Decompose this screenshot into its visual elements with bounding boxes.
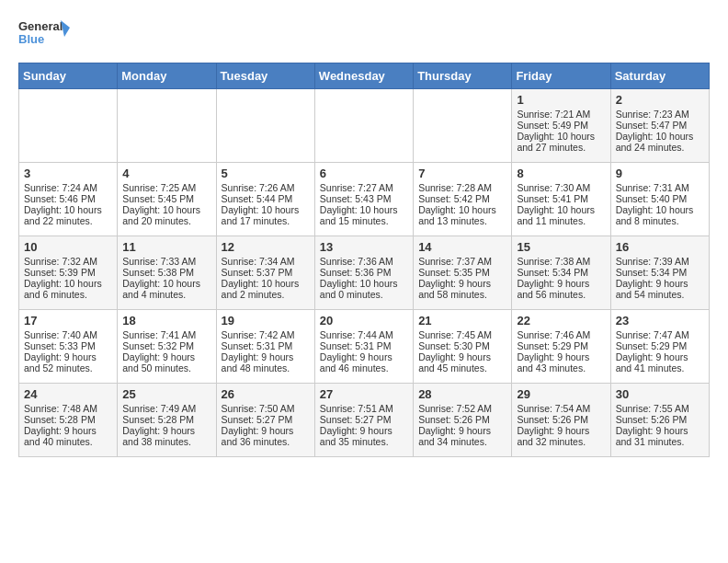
cell-text: Sunset: 5:38 PM [122, 267, 210, 278]
cell-text: Sunrise: 7:54 AM [517, 403, 605, 414]
day-number: 10 [24, 240, 112, 254]
calendar-cell: 22Sunrise: 7:46 AMSunset: 5:29 PMDayligh… [512, 310, 610, 384]
calendar-cell: 9Sunrise: 7:31 AMSunset: 5:40 PMDaylight… [610, 163, 709, 236]
day-number: 7 [418, 167, 506, 180]
cell-text: Sunset: 5:29 PM [616, 340, 704, 351]
day-number: 21 [418, 314, 506, 327]
cell-text: Sunrise: 7:26 AM [222, 182, 310, 193]
day-number: 30 [616, 387, 704, 401]
logo: GeneralBlue [18, 18, 74, 48]
cell-text: Sunrise: 7:33 AM [122, 256, 210, 267]
cell-text: Sunset: 5:49 PM [517, 120, 605, 131]
cell-text: Daylight: 10 hours and 15 minutes. [320, 204, 408, 226]
cell-text: Daylight: 9 hours and 52 minutes. [24, 351, 112, 373]
cell-text: Sunrise: 7:49 AM [122, 403, 210, 414]
cell-text: Daylight: 9 hours and 43 minutes. [517, 351, 605, 373]
cell-text: Sunset: 5:28 PM [24, 414, 112, 425]
week-row-5: 24Sunrise: 7:48 AMSunset: 5:28 PMDayligh… [19, 384, 710, 457]
logo-svg: GeneralBlue [18, 18, 74, 48]
cell-text: Daylight: 9 hours and 54 minutes. [616, 278, 704, 300]
calendar-cell [118, 89, 216, 163]
week-row-4: 17Sunrise: 7:40 AMSunset: 5:33 PMDayligh… [19, 310, 710, 384]
calendar-cell: 8Sunrise: 7:30 AMSunset: 5:41 PMDaylight… [512, 163, 610, 236]
cell-text: Sunset: 5:26 PM [517, 414, 605, 425]
day-number: 27 [320, 387, 408, 401]
calendar-cell [414, 89, 512, 163]
cell-text: Daylight: 10 hours and 8 minutes. [616, 204, 704, 226]
calendar-cell: 28Sunrise: 7:52 AMSunset: 5:26 PMDayligh… [414, 384, 512, 457]
cell-text: Sunrise: 7:44 AM [320, 329, 408, 340]
cell-text: Daylight: 10 hours and 22 minutes. [24, 204, 112, 226]
cell-text: Daylight: 9 hours and 31 minutes. [616, 425, 704, 447]
cell-text: Sunset: 5:34 PM [517, 267, 605, 278]
cell-text: Sunrise: 7:30 AM [517, 182, 605, 193]
day-number: 17 [24, 314, 112, 327]
calendar-cell: 5Sunrise: 7:26 AMSunset: 5:44 PMDaylight… [216, 163, 314, 236]
cell-text: Sunset: 5:41 PM [517, 193, 605, 204]
cell-text: Daylight: 9 hours and 36 minutes. [222, 425, 310, 447]
cell-text: Daylight: 10 hours and 2 minutes. [222, 278, 310, 300]
cell-text: Sunset: 5:44 PM [222, 193, 310, 204]
calendar-cell: 24Sunrise: 7:48 AMSunset: 5:28 PMDayligh… [19, 384, 118, 457]
cell-text: Daylight: 10 hours and 6 minutes. [24, 278, 112, 300]
cell-text: Daylight: 9 hours and 34 minutes. [418, 425, 506, 447]
cell-text: Sunrise: 7:25 AM [122, 182, 210, 193]
cell-text: Sunrise: 7:40 AM [24, 329, 112, 340]
calendar-cell: 7Sunrise: 7:28 AMSunset: 5:42 PMDaylight… [414, 163, 512, 236]
calendar-cell: 27Sunrise: 7:51 AMSunset: 5:27 PMDayligh… [314, 384, 413, 457]
cell-text: Daylight: 9 hours and 48 minutes. [222, 351, 310, 373]
cell-text: Daylight: 10 hours and 17 minutes. [222, 204, 310, 226]
cell-text: Sunset: 5:35 PM [418, 267, 506, 278]
calendar-cell: 25Sunrise: 7:49 AMSunset: 5:28 PMDayligh… [118, 384, 216, 457]
cell-text: Sunrise: 7:45 AM [418, 329, 506, 340]
cell-text: Sunset: 5:34 PM [616, 267, 704, 278]
calendar-cell: 1Sunrise: 7:21 AMSunset: 5:49 PMDaylight… [512, 89, 610, 163]
cell-text: Sunset: 5:26 PM [418, 414, 506, 425]
cell-text: Daylight: 10 hours and 24 minutes. [616, 131, 704, 153]
day-number: 9 [616, 167, 704, 180]
cell-text: Daylight: 10 hours and 11 minutes. [517, 204, 605, 226]
calendar-cell: 21Sunrise: 7:45 AMSunset: 5:30 PMDayligh… [414, 310, 512, 384]
cell-text: Sunrise: 7:50 AM [222, 403, 310, 414]
day-number: 1 [517, 93, 605, 107]
cell-text: Sunrise: 7:27 AM [320, 182, 408, 193]
cell-text: Daylight: 10 hours and 4 minutes. [122, 278, 210, 300]
cell-text: Daylight: 10 hours and 0 minutes. [320, 278, 408, 300]
cell-text: Sunset: 5:43 PM [320, 193, 408, 204]
cell-text: Sunrise: 7:55 AM [616, 403, 704, 414]
cell-text: Sunset: 5:33 PM [24, 340, 112, 351]
cell-text: Sunset: 5:31 PM [222, 340, 310, 351]
svg-text:Blue: Blue [18, 32, 44, 46]
calendar-cell [19, 89, 118, 163]
cell-text: Daylight: 9 hours and 40 minutes. [24, 425, 112, 447]
calendar-cell: 11Sunrise: 7:33 AMSunset: 5:38 PMDayligh… [118, 236, 216, 310]
day-number: 26 [222, 387, 310, 401]
cell-text: Sunrise: 7:32 AM [24, 256, 112, 267]
day-number: 23 [616, 314, 704, 327]
day-number: 28 [418, 387, 506, 401]
cell-text: Daylight: 9 hours and 46 minutes. [320, 351, 408, 373]
cell-text: Sunset: 5:37 PM [222, 267, 310, 278]
calendar-table: SundayMondayTuesdayWednesdayThursdayFrid… [18, 63, 710, 457]
calendar-cell [314, 89, 413, 163]
cell-text: Sunrise: 7:34 AM [222, 256, 310, 267]
cell-text: Sunset: 5:39 PM [24, 267, 112, 278]
cell-text: Sunset: 5:26 PM [616, 414, 704, 425]
day-number: 8 [517, 167, 605, 180]
col-header-saturday: Saturday [610, 63, 709, 89]
cell-text: Daylight: 9 hours and 50 minutes. [122, 351, 210, 373]
cell-text: Sunrise: 7:38 AM [517, 256, 605, 267]
day-number: 20 [320, 314, 408, 327]
calendar-cell: 23Sunrise: 7:47 AMSunset: 5:29 PMDayligh… [610, 310, 709, 384]
cell-text: Sunrise: 7:47 AM [616, 329, 704, 340]
col-header-friday: Friday [512, 63, 610, 89]
cell-text: Sunset: 5:47 PM [616, 120, 704, 131]
day-number: 15 [517, 240, 605, 254]
cell-text: Sunrise: 7:41 AM [122, 329, 210, 340]
cell-text: Sunrise: 7:52 AM [418, 403, 506, 414]
col-header-monday: Monday [118, 63, 216, 89]
day-number: 6 [320, 167, 408, 180]
day-number: 13 [320, 240, 408, 254]
cell-text: Sunrise: 7:48 AM [24, 403, 112, 414]
calendar-cell: 14Sunrise: 7:37 AMSunset: 5:35 PMDayligh… [414, 236, 512, 310]
